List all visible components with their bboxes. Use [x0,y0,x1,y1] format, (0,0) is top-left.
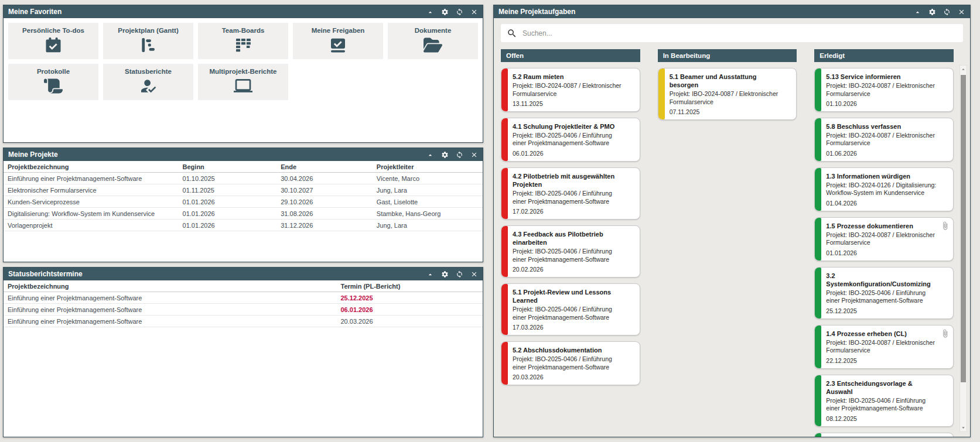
panel-controls [914,8,965,16]
table-cell: Jung, Lara [373,184,483,196]
panel-header[interactable]: Meine Projektaufgaben [494,5,970,18]
favorite-tile[interactable]: Multiprojekt-Berichte [198,64,288,100]
gear-icon[interactable] [441,151,449,159]
favorite-tile[interactable]: Persönliche To-dos [8,23,98,59]
task-project: Projekt: IBO-2025-0406 / Einführung eine… [513,248,627,263]
refresh-icon[interactable] [456,8,463,16]
close-icon[interactable] [958,8,965,16]
favorite-tile-label: Persönliche To-dos [8,27,98,34]
favorites-grid: Persönliche To-dosProjektplan (Gantt)Tea… [4,18,483,105]
column-header[interactable]: Termin (PL-Bericht) [337,280,483,292]
task-card[interactable]: 5.8 Beschluss verfassenProjekt: IBO-2024… [814,118,954,162]
panel-meine-projektaufgaben: Meine Projektaufgaben Offen5.2 Raum miet… [493,5,971,437]
refresh-icon[interactable] [456,151,463,159]
favorite-tile[interactable]: Projektplan (Gantt) [103,23,193,59]
task-card[interactable]: 5.13 Service informierenProjekt: IBO-202… [814,68,954,112]
table-row[interactable]: Einführung einer Projektmanagement-Softw… [4,173,483,184]
favorite-tile[interactable]: Team-Boards [198,23,288,59]
collapse-icon[interactable] [914,8,921,16]
table-row[interactable]: Vorlagenprojekt01.01.202631.12.2026Jung,… [4,220,483,231]
status-color-bar [501,168,508,219]
collapse-icon[interactable] [426,8,434,16]
task-card[interactable]: 4.1 Schulung Projektleiter & PMOProjekt:… [501,118,640,162]
close-icon[interactable] [470,270,478,278]
favorite-tile[interactable]: Protokolle [8,64,98,100]
task-card[interactable]: 5.2 AbschlussdokumentationProjekt: IBO-2… [501,341,640,385]
kanban-column-in-bearbeitung: In Bearbeitung5.1 Beamer und Ausstattung… [658,49,797,437]
task-project: Projekt: IBO-2024-0087 / Elektronischer … [826,132,940,148]
column-header[interactable]: Ende [276,161,373,173]
task-card[interactable]: 1.3 Informationen würdigenProjekt: IBO-2… [814,167,954,211]
table-row[interactable]: Einführung einer Projektmanagement-Softw… [4,316,483,327]
task-card[interactable]: 3.2 Systemkonfiguration/CustomizingProje… [814,267,954,319]
table-cell: 30.04.2026 [276,173,373,184]
table-cell: 31.08.2026 [276,208,373,220]
favorite-tile[interactable]: Meine Freigaben [293,23,383,59]
favorite-tile[interactable]: Dokumente [388,23,478,59]
task-card[interactable]: 1.4 Prozesse erheben (CL)Projekt: IBO-20… [814,325,954,369]
task-title: 3.2 Systemkonfiguration/Customizing [826,272,940,288]
gear-icon[interactable] [928,8,936,16]
kanban-column-header: Offen [501,49,640,62]
table-row[interactable]: Kunden-Serviceprozesse01.01.202629.10.20… [4,196,483,208]
task-card[interactable]: 2.3 Entscheidungsvorlage & AuswahlProjek… [814,375,954,427]
column-header[interactable]: Beginn [179,161,277,173]
status-color-bar [501,284,508,335]
table-cell: 01.01.2026 [179,208,277,220]
panel-header[interactable]: Meine Projekte [4,148,483,161]
task-card[interactable]: 4.2 Pilotbetrieb mit ausgewählten Projek… [501,167,640,220]
task-card[interactable]: 5.1 Projekt-Review und Lessons LearnedPr… [501,283,640,335]
close-icon[interactable] [470,151,478,159]
panel-header[interactable]: Meine Favoriten [4,5,483,18]
panel-controls [426,270,478,278]
table-row[interactable]: Digitalisierung: Workflow-System im Kund… [4,208,483,220]
kanban-board: Offen5.2 Raum mietenProjekt: IBO-2024-00… [494,48,970,437]
table-row[interactable]: Einführung einer Projektmanagement-Softw… [4,304,483,316]
panel-controls [426,8,478,16]
close-icon[interactable] [470,8,478,16]
panel-controls [426,151,478,159]
scroll-up-icon[interactable] [960,66,967,73]
task-card[interactable]: 2.2 Marktanalyse & AnbietervergleichProj… [814,433,954,437]
task-title: 4.1 Schulung Projektleiter & PMO [513,122,627,131]
table-cell: Stambke, Hans-Georg [373,208,483,220]
favorite-tile-label: Statusberichte [103,68,193,75]
kanban-column-header: In Bearbeitung [658,49,797,62]
calendar-check-icon [8,36,98,56]
column-header[interactable]: Projektleiter [373,161,483,173]
search-icon [507,28,517,39]
column-header[interactable]: Projektbezeichnung [4,280,337,292]
task-date: 25.12.2025 [826,307,940,314]
projects-body: ProjektbezeichnungBeginnEndeProjektleite… [4,161,483,262]
scroll-down-icon[interactable] [960,424,967,431]
refresh-icon[interactable] [456,270,463,278]
task-card[interactable]: 5.1 Beamer und Ausstattung besorgenProje… [658,68,797,120]
collapse-icon[interactable] [426,151,434,159]
status-color-bar [815,218,821,261]
favorite-tile-label: Multiprojekt-Berichte [198,68,288,75]
task-card[interactable]: 4.3 Feedback aus Pilotbetrieb einarbeite… [501,225,640,277]
gear-icon[interactable] [441,8,449,16]
vertical-scrollbar[interactable] [959,65,967,432]
panel-header[interactable]: Statusberichtstermine [4,268,483,280]
search-input[interactable] [523,29,957,37]
task-date: 01.04.2026 [826,200,940,207]
collapse-icon[interactable] [426,270,434,278]
paperclip-icon [941,329,950,338]
favorite-tile-label: Projektplan (Gantt) [103,27,193,34]
task-card[interactable]: 5.2 Raum mietenProjekt: IBO-2024-0087 / … [501,68,640,112]
laptop-icon [198,77,288,97]
favorite-tile[interactable]: Statusberichte [103,64,193,100]
scrollbar-thumb[interactable] [961,75,966,382]
panel-meine-favoriten: Meine Favoriten Persönliche To-dosProjek… [3,5,483,143]
refresh-icon[interactable] [943,8,951,16]
column-header[interactable]: Projektbezeichnung [4,161,179,173]
table-cell: 31.12.2026 [276,220,373,231]
task-card[interactable]: 1.5 Prozesse dokumentierenProjekt: IBO-2… [814,217,954,261]
table-row[interactable]: Einführung einer Projektmanagement-Softw… [4,292,483,304]
task-date: 20.02.2026 [513,266,627,273]
table-row[interactable]: Elektronischer Formularservice01.11.2025… [4,184,483,196]
kanban-board-icon [198,36,288,56]
person-check-icon [103,77,193,97]
gear-icon[interactable] [441,270,449,278]
